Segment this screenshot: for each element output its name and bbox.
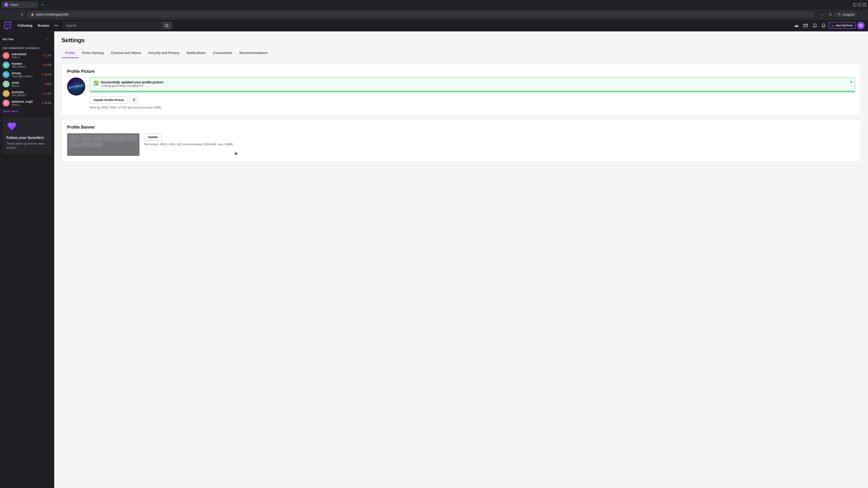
channel-item-kyedae[interactable]: K Kyedae VALORANT 9.7K [0, 60, 54, 70]
search-input[interactable] [64, 22, 162, 29]
update-banner-btn[interactable]: Update [144, 133, 162, 141]
channel-item-k3soju[interactable]: K k3soju Teamfight Tactics 15.7K [0, 70, 54, 79]
channel-name-kyedae: Kyedae [12, 62, 41, 65]
crown-icon-btn[interactable] [793, 22, 801, 30]
mail-icon-btn[interactable] [802, 22, 810, 30]
minimize-btn[interactable] [853, 3, 856, 6]
channel-item-betboom[interactable]: B betboom_eng2 Dota 2 18.5K [0, 98, 54, 108]
show-more-btn[interactable]: Show More [0, 108, 54, 115]
update-profile-picture-btn[interactable]: Update Profile Picture [90, 96, 128, 104]
banner-tile-6 [127, 135, 138, 141]
channel-avatar-yowe: Y [3, 80, 9, 88]
menu-btn[interactable]: ⋮ [858, 11, 865, 18]
more-btn[interactable] [53, 22, 60, 29]
topnav-links: Following Browse [16, 22, 60, 29]
back-btn[interactable]: ← [3, 11, 9, 18]
twitch-app: Following Browse [0, 20, 868, 488]
svg-point-0 [839, 13, 840, 14]
profile-pic-area: CITYWALK ✅ Successfully updated your pro… [67, 77, 855, 109]
profile-picture-title: Profile Picture [67, 69, 855, 74]
channel-game-kukudota2: Dota 2 [12, 56, 41, 59]
sidebar-title: For You [3, 37, 13, 41]
tab-security-privacy[interactable]: Security and Privacy [145, 48, 183, 58]
following-link[interactable]: Following [16, 22, 35, 29]
tab-profile[interactable]: Profile [61, 48, 79, 58]
banner-tile-1 [69, 135, 80, 141]
success-check-icon: ✅ [94, 80, 98, 86]
channel-viewers-kyedae: 9.7K [43, 64, 51, 67]
delete-picture-btn[interactable] [130, 96, 138, 104]
progress-bar-fill [90, 91, 855, 92]
settings-tabs: Profile Prime Gaming Channel and Videos … [61, 48, 861, 58]
channel-game-yowe: Dota 2 [12, 84, 42, 88]
tab-notifications[interactable]: Notifications [183, 48, 210, 58]
profile-banner-section: Profile Banner [61, 119, 861, 162]
restore-btn[interactable] [858, 3, 861, 6]
live-dot [41, 102, 43, 104]
success-close-btn[interactable]: × [850, 80, 852, 84]
reload-btn[interactable]: ↻ [19, 11, 25, 18]
pic-format-note: Must be JPEG, PNG, or GIF and cannot exc… [90, 106, 855, 109]
profile-banner-title: Profile Banner [67, 125, 855, 130]
channel-avatar-betboom: B [3, 100, 9, 106]
profile-picture-section: Profile Picture CITYWALK [61, 64, 861, 115]
tab-close-btn[interactable]: × [31, 3, 35, 7]
banner-tile-5 [115, 135, 126, 141]
settings-page-title: Settings [61, 37, 861, 44]
search-button[interactable] [162, 22, 172, 29]
browser-tab[interactable]: Twitch × [2, 1, 38, 8]
banner-tile-8 [81, 142, 92, 148]
channel-game-betboom: Dota 2 [12, 103, 39, 106]
banner-tile-7 [69, 142, 80, 148]
channel-item-yowe[interactable]: Y yowe Dota 2 803 [0, 79, 54, 89]
recommended-channels-label: RECOMMENDED CHANNELS [0, 44, 54, 51]
channel-name-k3soju: k3soju [12, 71, 39, 75]
star-btn[interactable]: ☆ [818, 11, 826, 18]
browser-nav: ← → ↻ 🔒 twitch.tv/settings/profile ☆ ⧉ I… [0, 9, 868, 20]
channel-viewers-k3soju: 15.7K [41, 73, 51, 76]
channel-name-kukudota2: kukudota2 [12, 53, 41, 56]
tab-recommendations[interactable]: Recommendations [236, 48, 271, 58]
twitch-logo[interactable] [4, 22, 12, 30]
banner-tile-2 [81, 135, 92, 141]
bell-icon-btn[interactable] [819, 22, 828, 30]
channel-item-joshseki[interactable]: J joshseki VALORANT 1.2K [0, 89, 54, 98]
tab-channel-videos[interactable]: Channel and Videos [107, 48, 145, 58]
tab-prime-gaming[interactable]: Prime Gaming [79, 48, 107, 58]
channel-game-k3soju: Teamfight Tactics [12, 75, 39, 78]
banner-tile-9 [92, 142, 103, 148]
search-bar[interactable] [63, 22, 172, 29]
channel-info-kyedae: Kyedae VALORANT [12, 62, 41, 68]
settings-content: Settings Profile Prime Gaming Channel an… [54, 31, 868, 488]
channel-game-kyedae: VALORANT [12, 65, 41, 68]
incognito-label: Incognito [842, 13, 855, 16]
live-dot [43, 93, 45, 94]
channel-viewers-kukudota2: 1.7K [43, 54, 51, 57]
get-ad-free-label: Get Ad-Free [836, 24, 852, 27]
svg-point-4 [165, 24, 168, 27]
forward-btn[interactable]: → [11, 11, 17, 18]
svg-point-2 [56, 25, 57, 26]
address-url: twitch.tv/settings/profile [36, 13, 811, 16]
nav-actions: ☆ ⧉ Incognito ⋮ [818, 11, 865, 18]
channel-item-kukudota2[interactable]: K kukudota2 Dota 2 1.7K [0, 51, 54, 60]
tab-connections[interactable]: Connections [210, 48, 236, 58]
get-ad-free-button[interactable]: Get Ad-Free [829, 22, 855, 29]
close-btn[interactable]: × [863, 3, 866, 6]
tab-favicon [4, 3, 8, 6]
twitch-main: For You ← RECOMMENDED CHANNELS K kukudot… [0, 31, 868, 488]
address-bar[interactable]: 🔒 twitch.tv/settings/profile [27, 11, 815, 18]
svg-point-1 [54, 25, 55, 26]
browse-link[interactable]: Browse [35, 22, 52, 29]
split-btn[interactable]: ⧉ [827, 11, 834, 18]
follow-banner-desc: They'll show up here for easy access! [6, 142, 48, 150]
channel-info-k3soju: k3soju Teamfight Tactics [12, 71, 39, 78]
new-tab-btn[interactable]: + [39, 2, 46, 8]
channel-info-kukudota2: kukudota2 Dota 2 [12, 53, 41, 59]
incognito-btn[interactable]: Incognito [835, 12, 857, 17]
banner-preview [67, 133, 140, 156]
sidebar-collapse-btn[interactable]: ← [45, 36, 51, 42]
user-avatar[interactable]: M [857, 22, 864, 29]
channel-info-yowe: yowe Dota 2 [12, 81, 42, 88]
bookmark-icon-btn[interactable] [811, 22, 819, 30]
